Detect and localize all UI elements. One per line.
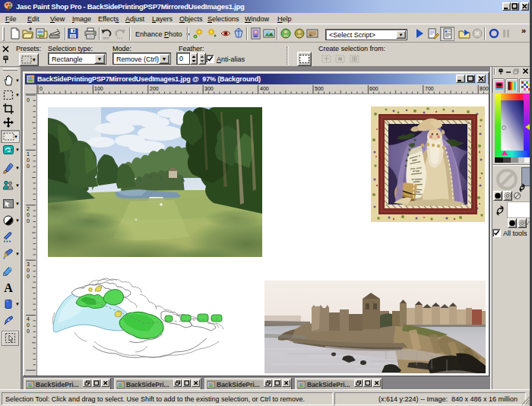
svg-text:0: 0: [27, 328, 30, 334]
svg-text:600: 600: [369, 86, 378, 91]
svg-text:0: 0: [27, 97, 30, 103]
svg-text:300: 300: [204, 86, 214, 91]
svg-text:1: 1: [27, 151, 30, 157]
svg-text:400: 400: [260, 86, 269, 91]
svg-text:0: 0: [27, 268, 30, 273]
svg-text:0: 0: [27, 218, 30, 224]
svg-text:0: 0: [27, 163, 30, 169]
svg-text:800: 800: [480, 86, 489, 91]
svg-text:700: 700: [425, 86, 434, 91]
svg-text:A: A: [4, 281, 13, 293]
svg-text:500: 500: [315, 86, 324, 91]
svg-text:200: 200: [150, 86, 159, 91]
svg-text:0: 0: [27, 322, 30, 328]
svg-text:0: 0: [27, 212, 30, 217]
svg-text:4: 4: [27, 316, 30, 322]
svg-text:2: 2: [27, 206, 30, 211]
svg-text:3: 3: [27, 262, 30, 267]
svg-text:100: 100: [94, 86, 103, 91]
svg-text:0: 0: [27, 274, 30, 279]
svg-text:0: 0: [40, 86, 43, 91]
svg-text:0: 0: [27, 157, 30, 163]
